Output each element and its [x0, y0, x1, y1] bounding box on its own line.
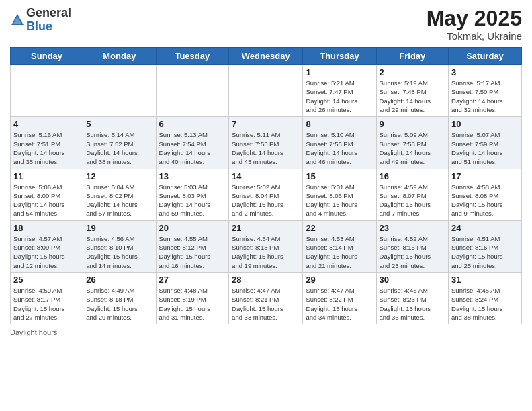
calendar-cell: 17Sunrise: 4:58 AM Sunset: 8:08 PM Dayli… [449, 169, 522, 220]
day-info: Sunrise: 5:16 AM Sunset: 7:51 PM Dayligh… [13, 130, 80, 166]
day-info: Sunrise: 4:53 AM Sunset: 8:14 PM Dayligh… [306, 234, 373, 270]
day-info: Sunrise: 5:21 AM Sunset: 7:47 PM Dayligh… [306, 79, 373, 114]
day-info: Sunrise: 4:51 AM Sunset: 8:16 PM Dayligh… [451, 234, 519, 270]
calendar-cell: 21Sunrise: 4:54 AM Sunset: 8:13 PM Dayli… [229, 220, 303, 272]
day-number: 27 [159, 275, 226, 285]
day-of-week-header-monday: Monday [83, 48, 156, 65]
day-number: 16 [380, 171, 446, 181]
day-info: Sunrise: 5:17 AM Sunset: 7:50 PM Dayligh… [451, 79, 519, 114]
day-info: Sunrise: 5:04 AM Sunset: 8:02 PM Dayligh… [86, 183, 152, 218]
day-of-week-header-wednesday: Wednesday [229, 48, 303, 65]
day-number: 4 [13, 119, 80, 129]
day-info: Sunrise: 4:56 AM Sunset: 8:10 PM Dayligh… [86, 234, 152, 270]
day-info: Sunrise: 5:09 AM Sunset: 7:58 PM Dayligh… [380, 130, 446, 166]
calendar-week-row-3: 11Sunrise: 5:06 AM Sunset: 8:00 PM Dayli… [11, 169, 522, 220]
day-info: Sunrise: 4:46 AM Sunset: 8:23 PM Dayligh… [380, 286, 446, 322]
day-number: 11 [13, 171, 80, 181]
calendar-cell: 18Sunrise: 4:57 AM Sunset: 8:09 PM Dayli… [11, 220, 83, 272]
calendar-cell: 11Sunrise: 5:06 AM Sunset: 8:00 PM Dayli… [11, 169, 83, 220]
calendar-cell: 30Sunrise: 4:46 AM Sunset: 8:23 PM Dayli… [376, 272, 449, 324]
day-number: 5 [86, 119, 152, 129]
day-number: 15 [306, 171, 373, 181]
day-number: 1 [306, 67, 373, 77]
calendar-header-row: SundayMondayTuesdayWednesdayThursdayFrid… [11, 48, 522, 65]
calendar-week-row-4: 18Sunrise: 4:57 AM Sunset: 8:09 PM Dayli… [11, 220, 522, 272]
day-number: 17 [451, 171, 519, 181]
calendar-cell: 2Sunrise: 5:19 AM Sunset: 7:48 PM Daylig… [376, 65, 449, 117]
calendar-cell: 4Sunrise: 5:16 AM Sunset: 7:51 PM Daylig… [11, 117, 83, 169]
logo-blue: Blue [26, 20, 71, 34]
day-of-week-header-saturday: Saturday [449, 48, 522, 65]
day-number: 12 [86, 171, 152, 181]
calendar-cell [229, 65, 303, 117]
day-info: Sunrise: 4:57 AM Sunset: 8:09 PM Dayligh… [13, 234, 80, 270]
calendar-cell: 23Sunrise: 4:52 AM Sunset: 8:15 PM Dayli… [376, 220, 449, 272]
day-of-week-header-tuesday: Tuesday [156, 48, 229, 65]
day-number: 29 [306, 275, 373, 285]
calendar-cell: 6Sunrise: 5:13 AM Sunset: 7:54 PM Daylig… [156, 117, 229, 169]
day-of-week-header-thursday: Thursday [303, 48, 376, 65]
day-info: Sunrise: 4:50 AM Sunset: 8:17 PM Dayligh… [13, 286, 80, 322]
logo-icon [10, 13, 25, 28]
day-info: Sunrise: 4:49 AM Sunset: 8:18 PM Dayligh… [86, 286, 152, 322]
page: General Blue May 2025 Tokmak, Ukraine Su… [0, 0, 532, 411]
day-number: 3 [451, 67, 519, 77]
day-number: 14 [232, 171, 300, 181]
day-number: 9 [380, 119, 446, 129]
day-info: Sunrise: 4:59 AM Sunset: 8:07 PM Dayligh… [380, 183, 446, 218]
calendar-cell: 28Sunrise: 4:47 AM Sunset: 8:21 PM Dayli… [229, 272, 303, 324]
calendar-cell: 20Sunrise: 4:55 AM Sunset: 8:12 PM Dayli… [156, 220, 229, 272]
day-info: Sunrise: 5:14 AM Sunset: 7:52 PM Dayligh… [86, 130, 152, 166]
month-title: May 2025 [427, 7, 522, 30]
calendar-table: SundayMondayTuesdayWednesdayThursdayFrid… [10, 47, 522, 324]
calendar-cell: 31Sunrise: 4:45 AM Sunset: 8:24 PM Dayli… [449, 272, 522, 324]
day-number: 24 [451, 223, 519, 233]
calendar-cell: 14Sunrise: 5:02 AM Sunset: 8:04 PM Dayli… [229, 169, 303, 220]
day-number: 22 [306, 223, 373, 233]
calendar-week-row-2: 4Sunrise: 5:16 AM Sunset: 7:51 PM Daylig… [11, 117, 522, 169]
day-info: Sunrise: 5:07 AM Sunset: 7:59 PM Dayligh… [451, 130, 519, 166]
calendar-cell [83, 65, 156, 117]
day-number: 28 [232, 275, 300, 285]
day-info: Sunrise: 4:47 AM Sunset: 8:22 PM Dayligh… [306, 286, 373, 322]
day-number: 23 [380, 223, 446, 233]
day-number: 10 [451, 119, 519, 129]
day-info: Sunrise: 4:45 AM Sunset: 8:24 PM Dayligh… [451, 286, 519, 322]
day-info: Sunrise: 5:10 AM Sunset: 7:56 PM Dayligh… [306, 130, 373, 166]
calendar-cell: 16Sunrise: 4:59 AM Sunset: 8:07 PM Dayli… [376, 169, 449, 220]
calendar-cell: 10Sunrise: 5:07 AM Sunset: 7:59 PM Dayli… [449, 117, 522, 169]
calendar-week-row-1: 1Sunrise: 5:21 AM Sunset: 7:47 PM Daylig… [11, 65, 522, 117]
calendar-cell: 15Sunrise: 5:01 AM Sunset: 8:06 PM Dayli… [303, 169, 376, 220]
day-info: Sunrise: 5:02 AM Sunset: 8:04 PM Dayligh… [232, 183, 300, 218]
calendar-cell [156, 65, 229, 117]
subtitle: Tokmak, Ukraine [427, 30, 522, 42]
calendar-cell: 22Sunrise: 4:53 AM Sunset: 8:14 PM Dayli… [303, 220, 376, 272]
day-info: Sunrise: 5:06 AM Sunset: 8:00 PM Dayligh… [13, 183, 80, 218]
calendar-cell: 19Sunrise: 4:56 AM Sunset: 8:10 PM Dayli… [83, 220, 156, 272]
calendar-week-row-5: 25Sunrise: 4:50 AM Sunset: 8:17 PM Dayli… [11, 272, 522, 324]
logo: General Blue [10, 7, 71, 34]
calendar-cell: 5Sunrise: 5:14 AM Sunset: 7:52 PM Daylig… [83, 117, 156, 169]
logo-text: General Blue [26, 7, 71, 34]
day-info: Sunrise: 4:52 AM Sunset: 8:15 PM Dayligh… [380, 234, 446, 270]
day-number: 19 [86, 223, 152, 233]
calendar-cell: 27Sunrise: 4:48 AM Sunset: 8:19 PM Dayli… [156, 272, 229, 324]
calendar-cell: 29Sunrise: 4:47 AM Sunset: 8:22 PM Dayli… [303, 272, 376, 324]
footer-note: Daylight hours [10, 328, 522, 336]
day-info: Sunrise: 4:48 AM Sunset: 8:19 PM Dayligh… [159, 286, 226, 322]
day-info: Sunrise: 4:54 AM Sunset: 8:13 PM Dayligh… [232, 234, 300, 270]
day-info: Sunrise: 5:03 AM Sunset: 8:03 PM Dayligh… [159, 183, 226, 218]
day-info: Sunrise: 5:19 AM Sunset: 7:48 PM Dayligh… [380, 79, 446, 114]
calendar-cell: 12Sunrise: 5:04 AM Sunset: 8:02 PM Dayli… [83, 169, 156, 220]
day-number: 26 [86, 275, 152, 285]
calendar-cell: 9Sunrise: 5:09 AM Sunset: 7:58 PM Daylig… [376, 117, 449, 169]
calendar-cell [11, 65, 83, 117]
day-number: 13 [159, 171, 226, 181]
day-number: 18 [13, 223, 80, 233]
day-number: 31 [451, 275, 519, 285]
day-of-week-header-sunday: Sunday [11, 48, 83, 65]
day-of-week-header-friday: Friday [376, 48, 449, 65]
day-number: 7 [232, 119, 300, 129]
day-number: 2 [380, 67, 446, 77]
day-info: Sunrise: 4:55 AM Sunset: 8:12 PM Dayligh… [159, 234, 226, 270]
